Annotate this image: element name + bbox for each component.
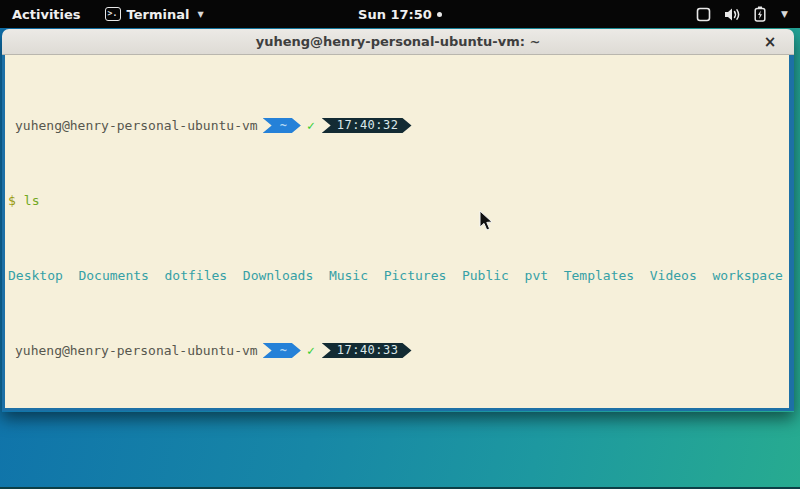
display-icon [696, 7, 711, 22]
close-icon[interactable]: × [760, 29, 780, 55]
status-check-icon: ✓ [307, 118, 315, 133]
ls-output: Desktop Documents dotfiles Downloads Mus… [8, 268, 789, 283]
prompt-time-banner: 17:40:32 [322, 118, 412, 133]
prompt-cwd-banner: ~ [263, 118, 301, 133]
clock-button[interactable]: Sun 17:50 [358, 7, 432, 22]
prompt-symbol: $ [8, 193, 16, 208]
activities-button[interactable]: Activities [0, 0, 95, 28]
prompt-user-host: yuheng@henry-personal-ubuntu-vm [15, 343, 258, 358]
app-menu-terminal[interactable]: >. Terminal ▼ [95, 0, 214, 28]
prompt-user-host: yuheng@henry-personal-ubuntu-vm [15, 118, 258, 133]
terminal-icon: >. [105, 7, 121, 21]
mouse-pointer-icon [479, 210, 493, 232]
prompt-line: yuheng@henry-personal-ubuntu-vm ~ ✓ 17:4… [8, 343, 789, 358]
top-bar-left: Activities >. Terminal ▼ [0, 0, 214, 28]
desktop-wallpaper: yuheng@henry-personal-ubuntu-vm: ~ × yuh… [0, 28, 800, 489]
gnome-top-bar: Activities >. Terminal ▼ Sun 17:50 [0, 0, 800, 28]
window-titlebar[interactable]: yuheng@henry-personal-ubuntu-vm: ~ × [2, 29, 794, 55]
prompt-time-banner: 17:40:33 [322, 343, 412, 358]
battery-charging-icon [754, 6, 766, 22]
typed-command: ls [24, 193, 40, 208]
system-tray-button[interactable]: ▼ [696, 0, 800, 28]
prompt-line: yuheng@henry-personal-ubuntu-vm ~ ✓ 17:4… [8, 118, 789, 133]
window-title: yuheng@henry-personal-ubuntu-vm: ~ [256, 34, 541, 49]
app-menu-label: Terminal [127, 7, 190, 22]
chevron-down-icon: ▼ [781, 9, 788, 19]
prompt-cwd-banner: ~ [263, 343, 301, 358]
terminal-window: yuheng@henry-personal-ubuntu-vm: ~ × yuh… [2, 29, 794, 412]
command-line: $ls [8, 193, 789, 208]
chevron-down-icon: ▼ [197, 10, 203, 19]
status-check-icon: ✓ [307, 343, 315, 358]
desktop-screen: Activities >. Terminal ▼ Sun 17:50 [0, 0, 800, 489]
media-indicator-dot [437, 12, 442, 17]
terminal-content[interactable]: yuheng@henry-personal-ubuntu-vm ~ ✓ 17:4… [2, 55, 794, 411]
volume-icon [724, 7, 741, 22]
